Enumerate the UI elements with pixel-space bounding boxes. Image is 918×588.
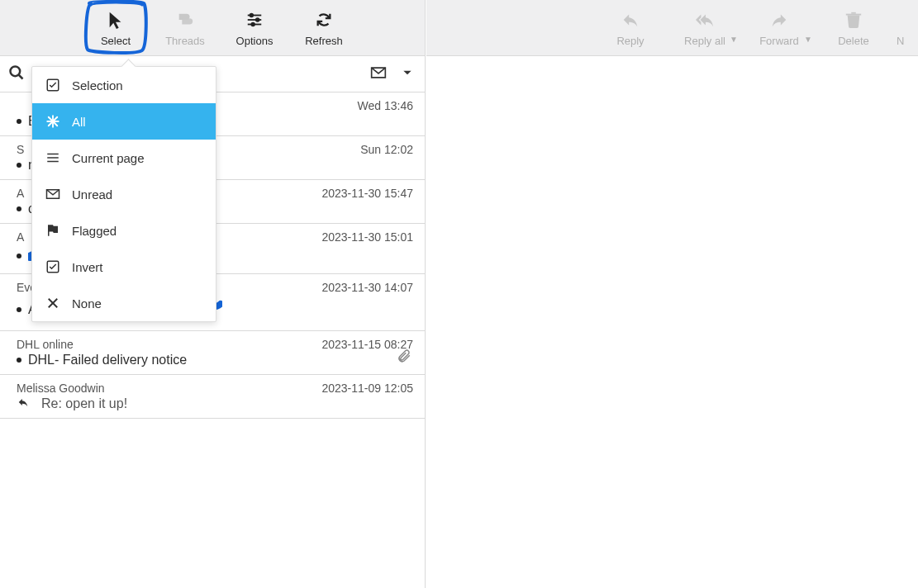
refresh-button[interactable]: Refresh: [297, 2, 350, 55]
selection-menu-unread[interactable]: Unread: [32, 176, 216, 212]
invert-label: Invert: [72, 260, 103, 274]
unread-indicator-icon: [17, 206, 21, 211]
list-sort-caret-icon[interactable]: [402, 67, 413, 81]
svg-point-5: [251, 22, 254, 26]
selection-menu-current-page[interactable]: Current page: [32, 140, 216, 176]
next-button-clipped[interactable]: N: [897, 2, 913, 55]
message-date: 2023-11-30 15:01: [321, 230, 413, 244]
message-row[interactable]: DHL online2023-11-15 08:27DHL- Failed de…: [0, 331, 425, 375]
delete-button[interactable]: Delete: [822, 2, 885, 55]
reply-indicator-icon: [17, 396, 30, 411]
current-page-label: Current page: [72, 151, 145, 165]
message-date: 2023-11-30 15:47: [321, 187, 413, 200]
reply-all-label: Reply all: [684, 35, 725, 47]
unread-indicator-icon: [17, 119, 21, 124]
svg-line-7: [19, 75, 23, 79]
message-date: Wed 13:46: [358, 99, 413, 112]
unread-indicator-icon: [17, 307, 21, 312]
selection-dropdown: Selection All Current page Unread Flagge…: [31, 66, 216, 322]
selection-menu-selection[interactable]: Selection: [32, 67, 216, 103]
message-date: 2023-11-09 12:05: [321, 382, 413, 395]
forward-label: Forward: [759, 35, 799, 47]
unread-indicator-icon: [17, 163, 21, 168]
selection-menu-all[interactable]: All: [32, 103, 216, 140]
threads-label: Threads: [165, 35, 205, 47]
message-date: 2023-11-30 14:07: [321, 281, 413, 294]
reply-all-caret-icon[interactable]: ▼: [730, 35, 738, 44]
options-label: Options: [236, 35, 273, 47]
message-row[interactable]: Melissa Goodwin2023-11-09 12:05Re: open …: [0, 375, 425, 419]
selection-menu-none[interactable]: None: [32, 285, 216, 321]
message-subject: DHL- Failed delivery notice: [28, 353, 187, 368]
forward-caret-icon[interactable]: ▼: [804, 35, 812, 44]
unread-indicator-icon: [17, 254, 21, 258]
message-subject: Re: open it up!: [41, 396, 127, 411]
list-toolbar: Select Threads Options Refresh: [0, 0, 426, 56]
delete-label: Delete: [838, 35, 869, 47]
attachment-icon: [397, 349, 411, 366]
reply-button[interactable]: Reply: [599, 2, 662, 55]
all-label: All: [72, 115, 86, 129]
svg-point-6: [11, 67, 21, 77]
select-label: Select: [101, 35, 131, 47]
reply-icon: [619, 9, 642, 31]
message-sender: A: [17, 187, 24, 200]
message-toolbar: Reply Reply all ▼ Forward ▼ Delete N: [426, 0, 918, 56]
message-meta: Melissa Goodwin2023-11-09 12:05: [17, 382, 413, 395]
next-icon: [897, 9, 918, 31]
forward-icon: [768, 9, 791, 31]
none-label: None: [72, 296, 102, 311]
options-button[interactable]: Options: [228, 2, 281, 55]
forward-button[interactable]: Forward ▼: [748, 2, 811, 55]
svg-point-1: [250, 13, 254, 17]
unread-label: Unread: [72, 187, 112, 202]
selection-menu-flagged[interactable]: Flagged: [32, 212, 216, 249]
next-label: N: [897, 35, 904, 47]
unread-indicator-icon: [17, 358, 21, 363]
message-meta: DHL online2023-11-15 08:27: [17, 338, 413, 351]
selection-label: Selection: [72, 78, 123, 92]
list-type-icon[interactable]: [370, 66, 387, 82]
cursor-arrow-icon: [104, 9, 127, 31]
content-pane: [426, 56, 918, 588]
svg-point-3: [256, 18, 259, 21]
sliders-icon: [243, 9, 266, 31]
message-date: Sun 12:02: [360, 143, 413, 156]
reply-all-icon: [693, 9, 716, 31]
refresh-icon: [312, 9, 335, 31]
select-button[interactable]: Select: [89, 2, 142, 55]
refresh-label: Refresh: [305, 35, 343, 47]
message-subject-row: Re: open it up!: [17, 396, 413, 411]
message-sender: Melissa Goodwin: [17, 382, 105, 395]
selection-menu-invert[interactable]: Invert: [32, 249, 216, 285]
message-subject-row: DHL- Failed delivery notice: [17, 353, 413, 368]
search-icon[interactable]: [8, 64, 25, 83]
flagged-label: Flagged: [72, 224, 117, 238]
message-sender: S: [17, 143, 24, 156]
reply-label: Reply: [616, 35, 644, 47]
trash-icon: [842, 9, 865, 31]
message-sender: DHL online: [17, 338, 74, 351]
threads-icon: [174, 9, 197, 31]
reply-all-button[interactable]: Reply all ▼: [673, 2, 736, 55]
message-sender: A: [17, 230, 24, 244]
threads-button[interactable]: Threads: [159, 2, 212, 55]
